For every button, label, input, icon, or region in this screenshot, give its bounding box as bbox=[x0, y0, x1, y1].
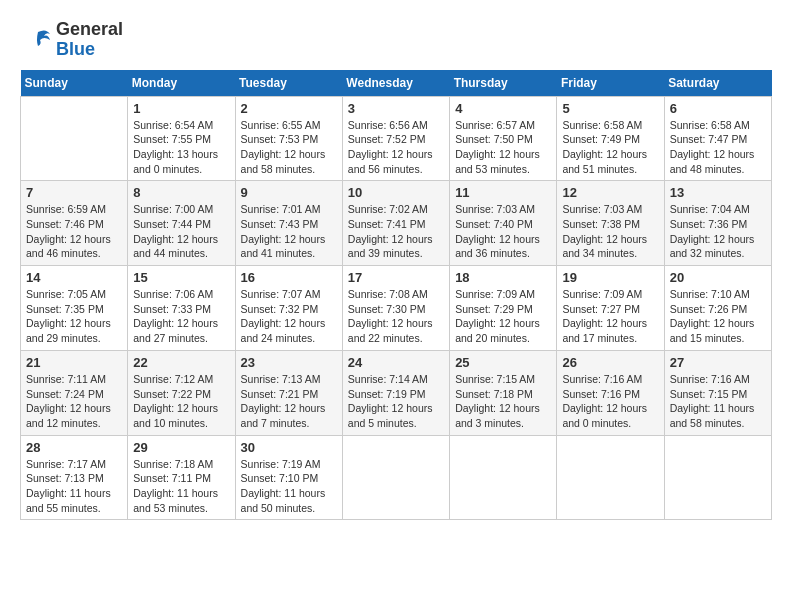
day-number: 2 bbox=[241, 101, 337, 116]
day-number: 13 bbox=[670, 185, 766, 200]
day-number: 26 bbox=[562, 355, 658, 370]
calendar-cell: 9Sunrise: 7:01 AMSunset: 7:43 PMDaylight… bbox=[235, 181, 342, 266]
calendar-cell: 24Sunrise: 7:14 AMSunset: 7:19 PMDayligh… bbox=[342, 350, 449, 435]
day-info: Sunrise: 6:57 AMSunset: 7:50 PMDaylight:… bbox=[455, 118, 551, 177]
day-info: Sunrise: 7:08 AMSunset: 7:30 PMDaylight:… bbox=[348, 287, 444, 346]
day-number: 30 bbox=[241, 440, 337, 455]
day-number: 10 bbox=[348, 185, 444, 200]
calendar-cell: 22Sunrise: 7:12 AMSunset: 7:22 PMDayligh… bbox=[128, 350, 235, 435]
day-info: Sunrise: 7:01 AMSunset: 7:43 PMDaylight:… bbox=[241, 202, 337, 261]
page-header: General Blue bbox=[20, 20, 772, 60]
day-number: 16 bbox=[241, 270, 337, 285]
calendar-cell: 10Sunrise: 7:02 AMSunset: 7:41 PMDayligh… bbox=[342, 181, 449, 266]
day-number: 27 bbox=[670, 355, 766, 370]
calendar-cell: 17Sunrise: 7:08 AMSunset: 7:30 PMDayligh… bbox=[342, 266, 449, 351]
calendar-cell: 12Sunrise: 7:03 AMSunset: 7:38 PMDayligh… bbox=[557, 181, 664, 266]
day-number: 5 bbox=[562, 101, 658, 116]
day-info: Sunrise: 6:59 AMSunset: 7:46 PMDaylight:… bbox=[26, 202, 122, 261]
week-row-2: 7Sunrise: 6:59 AMSunset: 7:46 PMDaylight… bbox=[21, 181, 772, 266]
calendar-cell: 5Sunrise: 6:58 AMSunset: 7:49 PMDaylight… bbox=[557, 96, 664, 181]
calendar-cell: 1Sunrise: 6:54 AMSunset: 7:55 PMDaylight… bbox=[128, 96, 235, 181]
header-monday: Monday bbox=[128, 70, 235, 97]
day-number: 14 bbox=[26, 270, 122, 285]
day-info: Sunrise: 6:55 AMSunset: 7:53 PMDaylight:… bbox=[241, 118, 337, 177]
logo-bird-icon bbox=[20, 24, 52, 56]
day-number: 3 bbox=[348, 101, 444, 116]
day-info: Sunrise: 7:17 AMSunset: 7:13 PMDaylight:… bbox=[26, 457, 122, 516]
day-info: Sunrise: 6:54 AMSunset: 7:55 PMDaylight:… bbox=[133, 118, 229, 177]
day-info: Sunrise: 6:58 AMSunset: 7:47 PMDaylight:… bbox=[670, 118, 766, 177]
day-number: 24 bbox=[348, 355, 444, 370]
day-number: 22 bbox=[133, 355, 229, 370]
calendar-cell: 3Sunrise: 6:56 AMSunset: 7:52 PMDaylight… bbox=[342, 96, 449, 181]
day-info: Sunrise: 7:05 AMSunset: 7:35 PMDaylight:… bbox=[26, 287, 122, 346]
day-number: 4 bbox=[455, 101, 551, 116]
calendar-cell: 16Sunrise: 7:07 AMSunset: 7:32 PMDayligh… bbox=[235, 266, 342, 351]
day-number: 25 bbox=[455, 355, 551, 370]
calendar-table: SundayMondayTuesdayWednesdayThursdayFrid… bbox=[20, 70, 772, 521]
day-number: 6 bbox=[670, 101, 766, 116]
day-number: 9 bbox=[241, 185, 337, 200]
logo: General Blue bbox=[20, 20, 123, 60]
day-info: Sunrise: 7:06 AMSunset: 7:33 PMDaylight:… bbox=[133, 287, 229, 346]
calendar-cell bbox=[450, 435, 557, 520]
calendar-cell: 8Sunrise: 7:00 AMSunset: 7:44 PMDaylight… bbox=[128, 181, 235, 266]
day-number: 23 bbox=[241, 355, 337, 370]
day-number: 21 bbox=[26, 355, 122, 370]
calendar-cell bbox=[342, 435, 449, 520]
day-info: Sunrise: 7:16 AMSunset: 7:15 PMDaylight:… bbox=[670, 372, 766, 431]
day-info: Sunrise: 7:09 AMSunset: 7:29 PMDaylight:… bbox=[455, 287, 551, 346]
header-row: SundayMondayTuesdayWednesdayThursdayFrid… bbox=[21, 70, 772, 97]
calendar-cell: 15Sunrise: 7:06 AMSunset: 7:33 PMDayligh… bbox=[128, 266, 235, 351]
logo-blue: Blue bbox=[56, 40, 123, 60]
day-info: Sunrise: 7:10 AMSunset: 7:26 PMDaylight:… bbox=[670, 287, 766, 346]
calendar-cell: 27Sunrise: 7:16 AMSunset: 7:15 PMDayligh… bbox=[664, 350, 771, 435]
day-number: 29 bbox=[133, 440, 229, 455]
calendar-cell: 26Sunrise: 7:16 AMSunset: 7:16 PMDayligh… bbox=[557, 350, 664, 435]
day-number: 8 bbox=[133, 185, 229, 200]
day-number: 12 bbox=[562, 185, 658, 200]
header-friday: Friday bbox=[557, 70, 664, 97]
calendar-cell: 25Sunrise: 7:15 AMSunset: 7:18 PMDayligh… bbox=[450, 350, 557, 435]
calendar-cell: 30Sunrise: 7:19 AMSunset: 7:10 PMDayligh… bbox=[235, 435, 342, 520]
calendar-cell: 19Sunrise: 7:09 AMSunset: 7:27 PMDayligh… bbox=[557, 266, 664, 351]
header-sunday: Sunday bbox=[21, 70, 128, 97]
logo-general: General bbox=[56, 20, 123, 40]
day-number: 19 bbox=[562, 270, 658, 285]
calendar-cell: 13Sunrise: 7:04 AMSunset: 7:36 PMDayligh… bbox=[664, 181, 771, 266]
day-number: 20 bbox=[670, 270, 766, 285]
day-info: Sunrise: 7:00 AMSunset: 7:44 PMDaylight:… bbox=[133, 202, 229, 261]
day-info: Sunrise: 7:16 AMSunset: 7:16 PMDaylight:… bbox=[562, 372, 658, 431]
day-number: 15 bbox=[133, 270, 229, 285]
day-number: 11 bbox=[455, 185, 551, 200]
week-row-5: 28Sunrise: 7:17 AMSunset: 7:13 PMDayligh… bbox=[21, 435, 772, 520]
calendar-cell: 29Sunrise: 7:18 AMSunset: 7:11 PMDayligh… bbox=[128, 435, 235, 520]
day-info: Sunrise: 6:56 AMSunset: 7:52 PMDaylight:… bbox=[348, 118, 444, 177]
calendar-cell: 2Sunrise: 6:55 AMSunset: 7:53 PMDaylight… bbox=[235, 96, 342, 181]
week-row-4: 21Sunrise: 7:11 AMSunset: 7:24 PMDayligh… bbox=[21, 350, 772, 435]
day-info: Sunrise: 7:13 AMSunset: 7:21 PMDaylight:… bbox=[241, 372, 337, 431]
day-info: Sunrise: 7:11 AMSunset: 7:24 PMDaylight:… bbox=[26, 372, 122, 431]
day-info: Sunrise: 7:14 AMSunset: 7:19 PMDaylight:… bbox=[348, 372, 444, 431]
day-info: Sunrise: 7:07 AMSunset: 7:32 PMDaylight:… bbox=[241, 287, 337, 346]
calendar-cell: 7Sunrise: 6:59 AMSunset: 7:46 PMDaylight… bbox=[21, 181, 128, 266]
day-number: 7 bbox=[26, 185, 122, 200]
day-info: Sunrise: 7:12 AMSunset: 7:22 PMDaylight:… bbox=[133, 372, 229, 431]
calendar-cell: 4Sunrise: 6:57 AMSunset: 7:50 PMDaylight… bbox=[450, 96, 557, 181]
calendar-cell: 28Sunrise: 7:17 AMSunset: 7:13 PMDayligh… bbox=[21, 435, 128, 520]
calendar-cell: 11Sunrise: 7:03 AMSunset: 7:40 PMDayligh… bbox=[450, 181, 557, 266]
day-info: Sunrise: 7:18 AMSunset: 7:11 PMDaylight:… bbox=[133, 457, 229, 516]
calendar-cell bbox=[557, 435, 664, 520]
header-thursday: Thursday bbox=[450, 70, 557, 97]
day-info: Sunrise: 7:03 AMSunset: 7:38 PMDaylight:… bbox=[562, 202, 658, 261]
day-info: Sunrise: 7:15 AMSunset: 7:18 PMDaylight:… bbox=[455, 372, 551, 431]
day-info: Sunrise: 7:03 AMSunset: 7:40 PMDaylight:… bbox=[455, 202, 551, 261]
header-saturday: Saturday bbox=[664, 70, 771, 97]
day-number: 1 bbox=[133, 101, 229, 116]
day-number: 28 bbox=[26, 440, 122, 455]
calendar-cell: 23Sunrise: 7:13 AMSunset: 7:21 PMDayligh… bbox=[235, 350, 342, 435]
day-info: Sunrise: 6:58 AMSunset: 7:49 PMDaylight:… bbox=[562, 118, 658, 177]
day-info: Sunrise: 7:09 AMSunset: 7:27 PMDaylight:… bbox=[562, 287, 658, 346]
header-tuesday: Tuesday bbox=[235, 70, 342, 97]
calendar-cell: 6Sunrise: 6:58 AMSunset: 7:47 PMDaylight… bbox=[664, 96, 771, 181]
